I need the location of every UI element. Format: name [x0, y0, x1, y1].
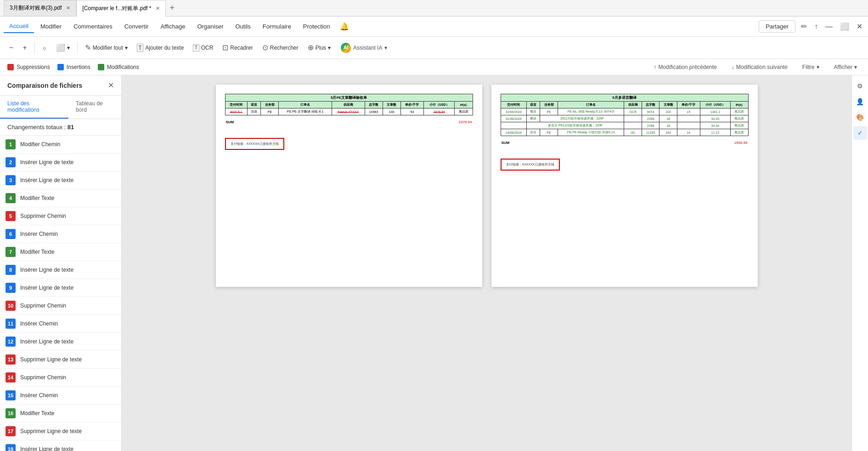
menu-modifier[interactable]: Modifier	[35, 20, 67, 33]
sidebar-list-item[interactable]: 11Insérer Chemin	[0, 315, 121, 333]
search-icon: ⊙	[262, 43, 268, 52]
pen-icon[interactable]: ✏	[799, 20, 809, 33]
plus-button[interactable]: ⊕ Plus ▾	[304, 41, 334, 54]
next-label: Modification suivante	[736, 64, 788, 70]
afficher-button[interactable]: Afficher ▾	[830, 62, 861, 72]
panel-color-icon[interactable]: 🎨	[853, 110, 867, 124]
rechercher-button[interactable]: ⊙ Rechercher	[259, 41, 302, 54]
sidebar-list-item[interactable]: 17Supprimer Ligne de texte	[0, 422, 121, 440]
lh-10: POC	[455, 102, 473, 108]
item-badge: 14	[6, 372, 16, 382]
sidebar-list-item[interactable]: 4Modifier Texte	[0, 189, 121, 207]
tab-1-label: 3月翻译对账单(3).pdf	[10, 4, 62, 12]
close-icon[interactable]: ✕	[855, 20, 864, 33]
left-subtotal: 2376.94	[424, 108, 455, 115]
sidebar-close-button[interactable]: ✕	[108, 81, 114, 90]
item-label: Insérer Ligne de texte	[20, 338, 73, 345]
zoom-out-button[interactable]: −	[6, 41, 17, 54]
pages-row: 5月PE文章翻译验收单 交付时间 语言 业务部 订单名 供应商 总字数 文章数 …	[216, 85, 758, 287]
modifier-tout-label: Modifier tout	[93, 45, 123, 51]
sidebar-list-item[interactable]: 15Insérer Chemin	[0, 387, 121, 405]
menu-accueil[interactable]: Accueil	[4, 20, 34, 33]
panel-avatar-icon[interactable]: 👤	[853, 95, 867, 108]
left-price: 54	[400, 108, 424, 115]
sidebar-list-item[interactable]: 12Insérer Ligne de texte	[0, 333, 121, 351]
sidebar-list-item[interactable]: 14Supprimer Chemin	[0, 369, 121, 387]
rh-9: 小计（USD）	[700, 102, 730, 108]
item-label: Modifier Texte	[20, 410, 54, 417]
modifications-filter[interactable]: Modifications	[98, 64, 139, 70]
item-label: Insérer Ligne de texte	[20, 177, 73, 183]
modifier-tout-button[interactable]: ✎ Modifier tout ▾	[81, 41, 131, 54]
panel-check-icon[interactable]: ✓	[853, 126, 867, 140]
suppressions-filter[interactable]: Suppressions	[7, 64, 50, 70]
tab-1[interactable]: 3月翻译对账单(3).pdf ✕	[4, 0, 76, 17]
shape-button[interactable]: ⬜ ▾	[52, 41, 73, 54]
sidebar-list-item[interactable]: 5Supprimer Chemin	[0, 207, 121, 225]
sidebar-list-item[interactable]: 1Modifier Chemin	[0, 136, 121, 154]
sidebar-list-item[interactable]: 2Insérer Ligne de texte	[0, 154, 121, 171]
menu-convertir[interactable]: Convertir	[119, 20, 154, 33]
sidebar-list-item[interactable]: 8Insérer Ligne de texte	[0, 261, 121, 279]
ocr-button[interactable]: T OCR	[189, 42, 217, 54]
left-lang: 法语	[247, 108, 261, 115]
tab-2-label: [Comparer le f...对账单.pdf *	[82, 5, 151, 12]
menu-outils[interactable]: Outils	[230, 20, 256, 33]
sidebar-tab-dashboard[interactable]: Tableau de bord	[68, 96, 121, 119]
minimize-icon[interactable]: —	[823, 21, 834, 33]
insertions-filter[interactable]: Insertions	[57, 64, 90, 70]
restore-icon[interactable]: ⬜	[838, 20, 851, 33]
filter-button[interactable]: Filtre ▾	[799, 62, 823, 72]
suppressions-label: Suppressions	[17, 64, 50, 70]
left-pdf-page: 5月PE文章翻译验收单 交付时间 语言 业务部 订单名 供应商 总字数 文章数 …	[216, 85, 482, 287]
more-icon: ⊕	[308, 43, 314, 52]
ai-button[interactable]: AI Assistant IA ▾	[336, 40, 392, 55]
item-badge: 7	[6, 247, 16, 257]
item-label: Insérer Chemin	[20, 320, 58, 327]
sidebar-tab-list[interactable]: Liste des modifications	[0, 96, 68, 119]
lh-8: 单价/千字	[400, 102, 424, 108]
sidebar-list-item[interactable]: 3Insérer Ligne de texte	[0, 171, 121, 189]
menu-affichage[interactable]: Affichage	[155, 20, 191, 33]
menu-protection[interactable]: Protection	[298, 20, 336, 33]
ajouter-texte-button[interactable]: T Ajouter du texte	[133, 41, 188, 54]
right-payment-box: 支付链接：XXXXXX已接收所主线	[501, 159, 560, 171]
panel-settings-icon[interactable]: ⚙	[853, 79, 867, 93]
menu-formulaire[interactable]: Formulaire	[257, 20, 297, 33]
tab-2[interactable]: [Comparer le f...对账单.pdf * ✕	[76, 0, 166, 17]
lh-3: 业务部	[261, 102, 279, 108]
sidebar-list-item[interactable]: 16Modifier Texte	[0, 405, 121, 422]
sidebar-list-item[interactable]: 13Supprimer Ligne de texte	[0, 351, 121, 369]
recadrer-button[interactable]: ⊡ Recadrer	[219, 41, 256, 54]
sidebar-list-item[interactable]: 7Modifier Texte	[0, 243, 121, 261]
help-icon[interactable]: 🔔	[340, 22, 349, 31]
prev-change-button[interactable]: ↑ Modification précédente	[650, 62, 720, 72]
lh-6: 总字数	[365, 102, 383, 108]
menu-commentaires[interactable]: Commentaires	[68, 20, 118, 33]
sidebar: Comparaison de fichiers ✕ Liste des modi…	[0, 75, 122, 451]
erase-icon: ⬦	[42, 44, 47, 52]
sidebar-list-item[interactable]: 9Insérer Ligne de texte	[0, 279, 121, 297]
sidebar-list-item[interactable]: 6Insérer Chemin	[0, 225, 121, 243]
item-label: Supprimer Chemin	[20, 213, 66, 219]
left-chars: 10993	[365, 108, 383, 115]
menu-organiser[interactable]: Organiser	[192, 20, 229, 33]
upload-icon[interactable]: ↑	[812, 21, 820, 33]
left-data-row: 2024.6.1 法语 PE PE-PE-文字翻译-词组-6.1 Patrick…	[225, 108, 473, 115]
next-change-button[interactable]: ↓ Modification suivante	[728, 62, 791, 72]
lh-9: 小计（USD）	[424, 102, 455, 108]
partager-button[interactable]: Partager	[759, 20, 795, 33]
item-badge: 3	[6, 175, 16, 185]
rh-1: 交付时间	[501, 102, 526, 108]
tab-2-close[interactable]: ✕	[156, 6, 160, 11]
sidebar-list-item[interactable]: 10Supprimer Chemin	[0, 297, 121, 315]
zoom-in-icon: +	[23, 44, 27, 52]
add-tab-button[interactable]: +	[166, 3, 178, 13]
zoom-in-button[interactable]: +	[19, 41, 30, 54]
tab-1-close[interactable]: ✕	[66, 5, 70, 11]
erase-button[interactable]: ⬦	[39, 41, 51, 54]
sidebar-list-item[interactable]: 18Insérer Ligne de texte	[0, 440, 121, 451]
left-supplier: Patrick XTXXX	[332, 108, 365, 115]
left-articles: 100	[383, 108, 400, 115]
left-sum-label: SUM	[226, 120, 234, 124]
